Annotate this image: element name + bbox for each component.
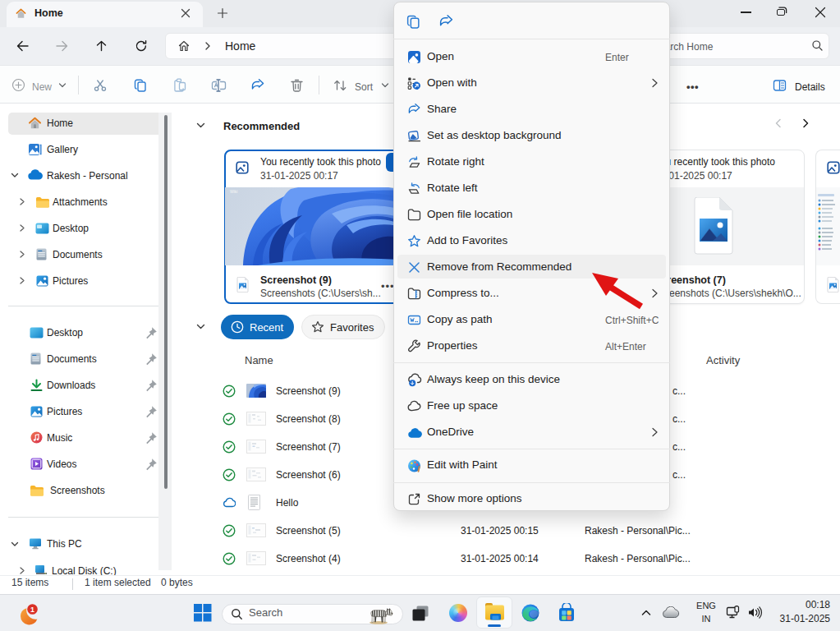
svg-text:1: 1 [30,606,34,614]
